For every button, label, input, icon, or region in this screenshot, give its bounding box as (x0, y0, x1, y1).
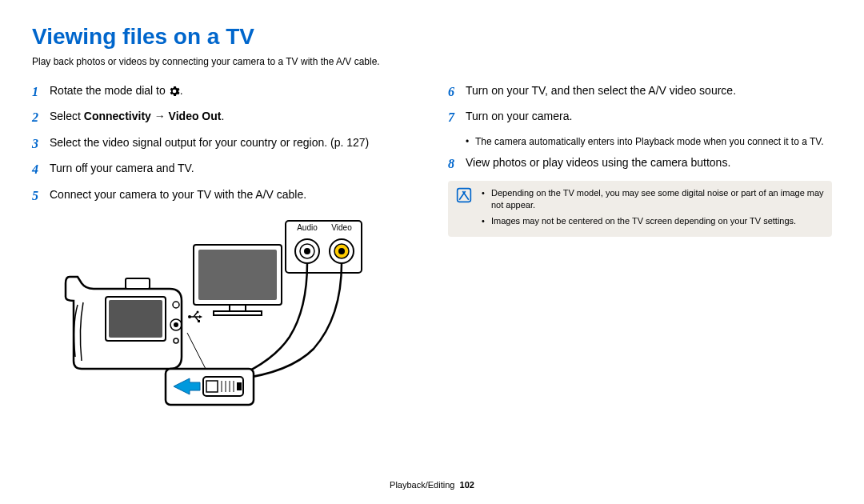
page-footer: Playback/Editing 102 (0, 480, 864, 490)
svg-rect-3 (214, 311, 262, 315)
step-text: Connect your camera to your TV with the … (50, 187, 416, 203)
step-text-after: . (221, 110, 224, 122)
step-number: 1 (32, 83, 50, 101)
footer-section: Playback/Editing (390, 480, 454, 490)
left-column: 1 Rotate the mode dial to . 2 Select Con… (32, 83, 416, 448)
step-7: 7 Turn on your camera. (448, 109, 832, 126)
step-text-before: Rotate the mode dial to (50, 84, 169, 97)
note-content: • Depending on the TV model, you may see… (482, 187, 824, 230)
step-number: 2 (32, 109, 50, 126)
audio-label: Audio (297, 223, 318, 232)
step-text-after: . (180, 84, 183, 97)
step-5: 5 Connect your camera to your TV with th… (32, 187, 416, 205)
right-column: 6 Turn on your TV, and then select the A… (448, 83, 832, 448)
bullet-dot-icon: • (466, 135, 475, 149)
svg-rect-13 (126, 278, 150, 289)
step-number: 3 (32, 135, 50, 153)
note-text: Depending on the TV model, you may see s… (491, 187, 824, 212)
step-6: 6 Turn on your TV, and then select the A… (448, 83, 832, 101)
step-3: 3 Select the video signal output for you… (32, 135, 416, 153)
svg-rect-32 (237, 382, 242, 390)
step-bold-videoout: Video Out (169, 110, 222, 122)
note-bullet-2: • Images may not be centered on the TV s… (482, 215, 824, 227)
step-number: 4 (32, 161, 50, 178)
video-label: Video (331, 223, 352, 232)
step-text: View photos or play videos using the cam… (466, 155, 832, 171)
page-title: Viewing files on a TV (32, 24, 832, 50)
step-4: 4 Turn off your camera and TV. (32, 161, 416, 178)
note-box: • Depending on the TV model, you may see… (448, 181, 832, 237)
step-1: 1 Rotate the mode dial to . (32, 83, 416, 101)
step-number: 5 (32, 187, 50, 205)
footer-page-number: 102 (460, 480, 474, 490)
svg-line-33 (187, 333, 206, 369)
svg-point-17 (174, 322, 178, 327)
gear-icon (169, 86, 180, 97)
step-text: Select the video signal output for your … (50, 135, 416, 151)
content-columns: 1 Rotate the mode dial to . 2 Select Con… (32, 83, 832, 448)
note-text: Images may not be centered on the TV scr… (491, 215, 796, 227)
svg-point-7 (304, 248, 310, 254)
bullet-dot-icon: • (482, 215, 491, 227)
step-number: 8 (448, 155, 466, 173)
page-subtitle: Play back photos or videos by connecting… (32, 56, 832, 67)
svg-rect-2 (230, 305, 246, 311)
step-7-sub: • The camera automatically enters into P… (466, 135, 832, 149)
step-text: Turn off your camera and TV. (50, 161, 416, 177)
svg-rect-1 (198, 250, 277, 300)
step-2: 2 Select Connectivity → Video Out. (32, 109, 416, 126)
connection-diagram: Audio Video (50, 213, 416, 448)
svg-point-10 (338, 248, 345, 254)
note-bullet-1: • Depending on the TV model, you may see… (482, 187, 824, 212)
svg-rect-12 (109, 300, 162, 338)
step-8: 8 View photos or play videos using the c… (448, 155, 832, 173)
step-text: Turn on your TV, and then select the A/V… (466, 83, 832, 99)
sub-bullet-text: The camera automatically enters into Pla… (475, 135, 824, 149)
step-number: 6 (448, 83, 466, 101)
svg-rect-24 (198, 320, 200, 322)
step-text: Rotate the mode dial to . (50, 83, 416, 99)
camera-icon (66, 277, 202, 369)
bullet-dot-icon: • (482, 187, 491, 212)
note-icon (456, 187, 475, 206)
step-text: Select Connectivity → Video Out. (50, 109, 416, 125)
step-bold-connectivity: Connectivity (84, 110, 151, 122)
step-text-before: Select (50, 110, 84, 122)
step-text: Turn on your camera. (466, 109, 832, 125)
arrow-icon: → (151, 110, 169, 122)
step-number: 7 (448, 109, 466, 126)
svg-point-22 (197, 310, 199, 313)
